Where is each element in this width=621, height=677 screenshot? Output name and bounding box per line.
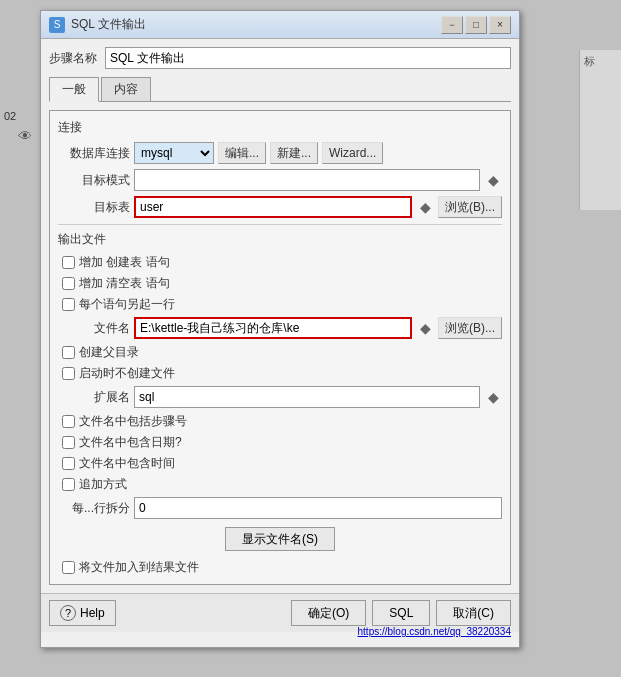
no-create-on-start-row: 启动时不创建文件: [58, 365, 502, 382]
no-create-on-start-checkbox[interactable]: [62, 367, 75, 380]
include-date-checkbox[interactable]: [62, 436, 75, 449]
window-icon: S: [49, 17, 65, 33]
include-time-row: 文件名中包含时间: [58, 455, 502, 472]
ext-diamond-icon[interactable]: ◆: [484, 388, 502, 406]
step-name-label: 步骤名称: [49, 50, 97, 67]
add-to-result-row: 将文件加入到结果文件: [58, 559, 502, 576]
db-connection-label: 数据库连接: [58, 145, 130, 162]
step-name-input[interactable]: [105, 47, 511, 69]
tab-general[interactable]: 一般: [49, 77, 99, 102]
target-mode-row: 目标模式 ◆: [58, 169, 502, 191]
output-file-section-label: 输出文件: [58, 231, 502, 248]
create-dir-row: 创建父目录: [58, 344, 502, 361]
target-mode-input[interactable]: [134, 169, 480, 191]
tab-content[interactable]: 内容: [101, 77, 151, 101]
browse-table-button[interactable]: 浏览(B)...: [438, 196, 502, 218]
each-newline-row: 每个语句另起一行: [58, 296, 502, 313]
restore-button[interactable]: □: [465, 16, 487, 34]
split-rows-row: 每...行拆分: [58, 497, 502, 519]
target-mode-diamond-icon[interactable]: ◆: [484, 171, 502, 189]
add-clear-checkbox[interactable]: [62, 277, 75, 290]
help-button[interactable]: ? Help: [49, 600, 116, 626]
include-time-checkbox[interactable]: [62, 457, 75, 470]
append-mode-checkbox[interactable]: [62, 478, 75, 491]
no-create-on-start-label: 启动时不创建文件: [79, 365, 175, 382]
new-connection-button[interactable]: 新建...: [270, 142, 318, 164]
create-dir-checkbox[interactable]: [62, 346, 75, 359]
minimize-button[interactable]: －: [441, 16, 463, 34]
add-create-label: 增加 创建表 语句: [79, 254, 170, 271]
eye-icon: 👁: [18, 128, 32, 144]
file-name-input[interactable]: [134, 317, 412, 339]
add-clear-row: 增加 清空表 语句: [58, 275, 502, 292]
include-date-label: 文件名中包含日期?: [79, 434, 182, 451]
close-button[interactable]: ×: [489, 16, 511, 34]
file-name-diamond-icon[interactable]: ◆: [416, 319, 434, 337]
ok-button[interactable]: 确定(O): [291, 600, 366, 626]
title-bar: S SQL 文件输出 － □ ×: [41, 11, 519, 39]
include-date-row: 文件名中包含日期?: [58, 434, 502, 451]
create-dir-label: 创建父目录: [79, 344, 139, 361]
split-rows-input[interactable]: [134, 497, 502, 519]
main-panel: 连接 数据库连接 mysql 编辑... 新建... Wizard... 目标模…: [49, 110, 511, 585]
connection-section-label: 连接: [58, 119, 502, 136]
window-title: SQL 文件输出: [71, 16, 146, 33]
append-mode-row: 追加方式: [58, 476, 502, 493]
ext-row: 扩展名 ◆: [58, 386, 502, 408]
file-name-label: 文件名: [58, 320, 130, 337]
target-table-label: 目标表: [58, 199, 130, 216]
append-mode-label: 追加方式: [79, 476, 127, 493]
include-time-label: 文件名中包含时间: [79, 455, 175, 472]
each-newline-label: 每个语句另起一行: [79, 296, 175, 313]
each-newline-checkbox[interactable]: [62, 298, 75, 311]
target-table-input[interactable]: [134, 196, 412, 218]
include-step-label: 文件名中包括步骤号: [79, 413, 187, 430]
ext-label: 扩展名: [58, 389, 130, 406]
target-table-row: 目标表 ◆ 浏览(B)...: [58, 196, 502, 218]
browse-file-button[interactable]: 浏览(B)...: [438, 317, 502, 339]
add-create-row: 增加 创建表 语句: [58, 254, 502, 271]
file-name-row: 文件名 ◆ 浏览(B)...: [58, 317, 502, 339]
right-sidebar-label: 标: [580, 50, 621, 73]
add-create-checkbox[interactable]: [62, 256, 75, 269]
db-connection-row: 数据库连接 mysql 编辑... 新建... Wizard...: [58, 142, 502, 164]
ext-input[interactable]: [134, 386, 480, 408]
watermark: https://blog.csdn.net/qq_38220334: [37, 624, 515, 639]
sql-button[interactable]: SQL: [372, 600, 430, 626]
target-mode-label: 目标模式: [58, 172, 130, 189]
row-number: 02: [0, 108, 20, 124]
target-table-diamond-icon[interactable]: ◆: [416, 198, 434, 216]
add-to-result-checkbox[interactable]: [62, 561, 75, 574]
help-circle-icon: ?: [60, 605, 76, 621]
show-filename-button[interactable]: 显示文件名(S): [225, 527, 335, 551]
include-step-checkbox[interactable]: [62, 415, 75, 428]
split-rows-label: 每...行拆分: [58, 500, 130, 517]
db-connection-select[interactable]: mysql: [134, 142, 214, 164]
tab-bar: 一般 内容: [49, 77, 511, 102]
section-divider: 输出文件: [58, 224, 502, 248]
include-step-row: 文件名中包括步骤号: [58, 413, 502, 430]
add-to-result-label: 将文件加入到结果文件: [79, 559, 199, 576]
add-clear-label: 增加 清空表 语句: [79, 275, 170, 292]
edit-connection-button[interactable]: 编辑...: [218, 142, 266, 164]
right-sidebar: 标: [579, 50, 621, 210]
wizard-button[interactable]: Wizard...: [322, 142, 383, 164]
cancel-button[interactable]: 取消(C): [436, 600, 511, 626]
